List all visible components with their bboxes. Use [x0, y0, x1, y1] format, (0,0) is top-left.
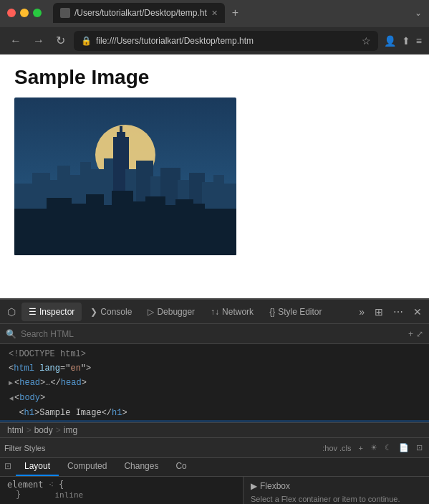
tab-network-label: Network [222, 307, 254, 317]
html-line-h1: <h1>Sample Image</h1> [0, 406, 429, 420]
breadcrumb: html > body > img [0, 422, 429, 438]
nav-bar: ← → ↻ 🔒 file:///Users/tutorialkart/Deskt… [0, 26, 429, 54]
breadcrumb-html[interactable]: html [7, 425, 24, 435]
inline-label: inline [54, 490, 83, 500]
tab-layout[interactable]: Layout [16, 458, 59, 476]
minimize-traffic-light[interactable] [20, 9, 29, 17]
styles-toolbar: Filter Styles :hov .cls + ☀ ☾ 📄 ⊡ [0, 438, 429, 458]
styles-tabs: ⊡ Layout Computed Changes Co [0, 458, 429, 477]
tab-area: /Users/tutorialkart/Desktop/temp.ht ✕ + … [53, 3, 422, 23]
console-icon: ❯ [90, 307, 97, 317]
html-line-body-open[interactable]: ▼<body> [0, 391, 429, 406]
devtools-toolbar: ⬡ ☰ Inspector ❯ Console ▷ Debugger ↑↓ Ne… [0, 300, 429, 324]
tab-close-icon[interactable]: ✕ [211, 9, 218, 18]
flexbox-panel: ▶ Flexbox Select a Flex container or ite… [243, 477, 429, 504]
active-tab[interactable]: /Users/tutorialkart/Desktop/temp.ht ✕ [53, 3, 225, 23]
lock-icon: 🔒 [81, 36, 92, 46]
svg-rect-24 [47, 198, 72, 255]
dark-theme-button[interactable]: ☾ [382, 442, 394, 454]
responsive-button[interactable]: 📄 [397, 442, 411, 454]
html-tag: html [14, 363, 34, 374]
tab-changes[interactable]: Changes [115, 458, 167, 476]
overflow-menu-icon[interactable]: ⋯ [389, 303, 408, 320]
bookmark-icon[interactable]: ☆ [362, 35, 371, 47]
styles-panel: Filter Styles :hov .cls + ☀ ☾ 📄 ⊡ ⊡ Layo… [0, 438, 429, 504]
styles-content: element ⁖ { } inline ▶ Flexbox Select a … [0, 477, 429, 504]
tab-style-editor-label: Style Editor [278, 307, 322, 317]
breadcrumb-img[interactable]: img [64, 425, 77, 435]
html-line-head[interactable]: ▶<head>…</head> [0, 376, 429, 391]
forward-button[interactable]: → [30, 33, 47, 49]
search-html-input[interactable] [21, 329, 404, 339]
inspector-icon: ☰ [29, 307, 37, 317]
traffic-lights [7, 9, 42, 17]
svg-rect-30 [145, 196, 165, 255]
filter-styles-input[interactable] [48, 444, 317, 452]
body-collapse-triangle[interactable]: ▼ [4, 396, 17, 401]
flexbox-description: Select a Flex container or item to conti… [251, 494, 422, 504]
svg-rect-28 [112, 191, 133, 255]
devtools-panel: ⬡ ☰ Inspector ❯ Console ▷ Debugger ↑↓ Ne… [0, 298, 429, 504]
dock-icon[interactable]: ⊞ [370, 303, 387, 320]
search-icon: 🔍 [6, 329, 16, 339]
add-node-button[interactable]: + [408, 329, 413, 339]
svg-rect-34 [202, 209, 236, 255]
toolbar-right: » ⊞ ⋯ ✕ [355, 303, 426, 320]
new-tab-button[interactable]: + [232, 6, 238, 19]
reload-button[interactable]: ↻ [53, 32, 68, 49]
flexbox-label: ▶ Flexbox [251, 481, 422, 491]
tab-inspector[interactable]: ☰ Inspector [21, 303, 82, 321]
more-tabs-icon[interactable]: » [355, 303, 369, 320]
tab-console[interactable]: ❯ Console [83, 303, 139, 321]
tab-computed[interactable]: Computed [59, 458, 115, 476]
url-text: file:///Users/tutorialkart/Desktop/temp.… [96, 36, 357, 46]
tab-debugger-label: Debugger [157, 307, 195, 317]
devtools-pick-element[interactable]: ⬡ [3, 303, 20, 320]
cityscape-svg [14, 98, 236, 255]
html-tree: <!DOCTYPE html> <html lang="en"> ▶<head>… [0, 344, 429, 422]
element-rule: element ⁖ { [7, 480, 64, 490]
title-bar: /Users/tutorialkart/Desktop/temp.ht ✕ + … [0, 0, 429, 26]
page-content: Sample Image [0, 54, 429, 298]
html-line-doctype: <!DOCTYPE html> [0, 347, 429, 361]
style-editor-icon: {} [269, 307, 275, 317]
svg-rect-23 [14, 209, 50, 255]
back-button[interactable]: ← [7, 33, 24, 49]
tab-favicon [60, 8, 70, 18]
tab-inspector-label: Inspector [39, 307, 74, 317]
add-rule-button[interactable]: + [357, 442, 365, 454]
filter-label: Filter Styles [4, 444, 45, 452]
network-icon: ↑↓ [211, 307, 219, 317]
account-icon[interactable]: 👤 [384, 35, 396, 47]
tab-network[interactable]: ↑↓ Network [203, 303, 261, 321]
tab-debugger[interactable]: ▷ Debugger [140, 303, 202, 321]
tab-list-chevron[interactable]: ⌄ [415, 8, 422, 18]
svg-rect-12 [120, 126, 122, 137]
breadcrumb-body[interactable]: body [34, 425, 53, 435]
sample-image [14, 98, 236, 255]
light-theme-button[interactable]: ☀ [368, 442, 380, 454]
close-traffic-light[interactable] [7, 9, 16, 17]
menu-icon[interactable]: ≡ [416, 35, 422, 47]
tab-compat[interactable]: Co [167, 458, 195, 476]
maximize-traffic-light[interactable] [33, 9, 42, 17]
debugger-icon: ▷ [148, 307, 154, 317]
tab-styles-layout-icon: ⊡ [0, 458, 16, 476]
tab-label: /Users/tutorialkart/Desktop/temp.ht [74, 8, 207, 18]
pseudo-class-button[interactable]: :hov .cls [320, 442, 353, 454]
styles-left: element ⁖ { } inline [0, 477, 243, 504]
search-actions: + ⤢ [408, 329, 423, 339]
tab-console-label: Console [100, 307, 132, 317]
page-title: Sample Image [14, 66, 415, 89]
address-bar[interactable]: 🔒 file:///Users/tutorialkart/Desktop/tem… [74, 31, 378, 51]
layout-toggle-button[interactable]: ⊡ [414, 442, 425, 454]
html-line-html: <html lang="en"> [0, 361, 429, 376]
flexbox-triangle: ▶ [251, 481, 257, 491]
pick-node-button[interactable]: ⤢ [416, 329, 423, 339]
extensions-icon[interactable]: ⬆ [402, 35, 410, 47]
tab-style-editor[interactable]: {} Style Editor [262, 303, 329, 321]
collapse-triangle[interactable]: ▶ [9, 377, 13, 390]
close-devtools-icon[interactable]: ✕ [409, 303, 426, 320]
element-rule-close: } [7, 490, 21, 500]
html-search-bar: 🔍 + ⤢ [0, 324, 429, 344]
